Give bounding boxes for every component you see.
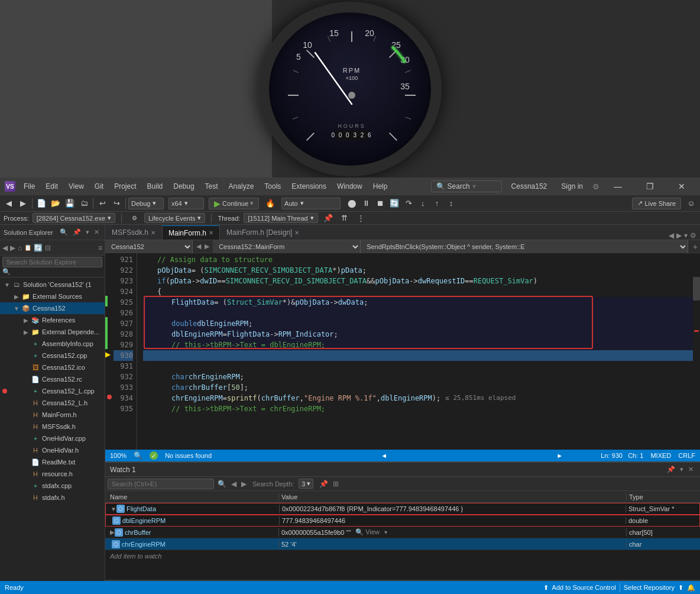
stop-button[interactable]: ⏹ xyxy=(374,197,387,210)
sidebar-props[interactable]: 📋 xyxy=(24,244,31,251)
tab-msfssdk[interactable]: MSFSsdk.h ✕ xyxy=(105,225,162,240)
right-scrollbar[interactable] xyxy=(693,253,700,450)
sidebar-collapse[interactable]: ⊟ xyxy=(45,244,51,252)
add-source-control[interactable]: Add to Source Control xyxy=(552,584,616,591)
save-all-button[interactable]: 🗂 xyxy=(77,197,90,210)
menu-view[interactable]: View xyxy=(64,180,89,193)
watch-search-btn[interactable]: 🔍 xyxy=(216,480,228,488)
process-dropdown[interactable]: [28264] Cessna152.exe ▾ xyxy=(33,213,115,223)
thread-pin-button[interactable]: 📌 xyxy=(322,212,335,225)
chrbuffer-view-dropdown[interactable]: ▾ xyxy=(384,529,387,535)
auto-dropdown[interactable]: Auto ▾ xyxy=(281,198,341,209)
chrbuffer-expand[interactable]: ▶ xyxy=(110,529,115,535)
watch-expand-all[interactable]: ⊞ xyxy=(332,480,340,488)
sidebar-item-assemblyinfo[interactable]: + AssemblyInfo.cpp xyxy=(0,338,105,350)
save-button[interactable]: 💾 xyxy=(63,197,76,210)
sidebar-pin-button[interactable]: 📌 xyxy=(71,228,83,236)
menu-window[interactable]: Window xyxy=(332,180,367,193)
debug-config-dropdown[interactable]: Debug ▾ xyxy=(128,198,164,209)
live-share-button[interactable]: ↗ Live Share xyxy=(632,198,681,209)
watch-row-chrbuffer[interactable]: ▶ ⬡ chrBuffer 0x00000055a15fe9b0 "" 🔍 Vi… xyxy=(105,527,700,538)
tab-mainform-design[interactable]: MainForm.h [Design] ✕ xyxy=(220,225,306,240)
restart-button[interactable]: 🔄 xyxy=(388,197,401,210)
open-file-button[interactable]: 📂 xyxy=(49,197,62,210)
menu-file[interactable]: File xyxy=(19,180,40,193)
watch-search-input[interactable] xyxy=(108,479,214,489)
debug-toolbar-btn[interactable]: ⏸ xyxy=(359,197,372,210)
sidebar-settings[interactable]: ≡ xyxy=(98,244,102,252)
code-content[interactable]: // Assign data to structure pObjData = (… xyxy=(137,253,693,450)
sidebar-item-external-sources[interactable]: ▶ 📁 External Sources xyxy=(0,290,105,302)
watch-pin-button[interactable]: 📌 xyxy=(665,466,677,473)
file-dropdown[interactable]: Cessna152 xyxy=(105,240,193,253)
sidebar-dropdown-button[interactable]: ▾ xyxy=(84,228,91,236)
class-dropdown[interactable]: Cessna152::MainForm xyxy=(213,240,361,253)
watch-add-item[interactable]: Add item to watch xyxy=(105,550,700,562)
tab-scroll-right[interactable]: ▶ xyxy=(676,231,682,240)
external-dep-arrow[interactable]: ▶ xyxy=(21,329,31,335)
tab-list[interactable]: ▾ xyxy=(684,231,688,240)
watch-dropdown-button[interactable]: ▾ xyxy=(678,466,685,473)
watch-close-button[interactable]: ✕ xyxy=(686,466,695,473)
thread-nav-button[interactable]: ⇈ xyxy=(338,212,351,225)
platform-dropdown[interactable]: x64 ▾ xyxy=(168,198,204,209)
sidebar-item-mainform-h[interactable]: H MainForm.h xyxy=(0,409,105,421)
watch-nav-forward[interactable]: ▶ xyxy=(240,480,248,488)
references-arrow[interactable]: ▶ xyxy=(21,317,31,324)
sidebar-item-msfssdk-h[interactable]: H MSFSsdk.h xyxy=(0,421,105,432)
tab-settings[interactable]: ⚙ xyxy=(690,231,696,240)
menu-help[interactable]: Help xyxy=(368,180,393,193)
dd-forward[interactable]: ▶ xyxy=(203,243,210,250)
menu-debug[interactable]: Debug xyxy=(168,180,199,193)
watch-row-flightdata[interactable]: ▼ ⬡ FlightData 0x00002234d7b867f8 {RPM_I… xyxy=(105,503,700,515)
menu-extensions[interactable]: Extensions xyxy=(287,180,331,193)
search-box-title[interactable]: 🔍 Search ▾ xyxy=(431,180,502,192)
step-out-button[interactable]: ↑ xyxy=(430,197,443,210)
tab-mainform-h[interactable]: MainForm.h ✕ xyxy=(162,225,220,240)
new-project-button[interactable]: 📄 xyxy=(35,197,48,210)
minimize-button[interactable]: — xyxy=(604,177,631,195)
menu-test[interactable]: Test xyxy=(200,180,223,193)
menu-git[interactable]: Git xyxy=(90,180,108,193)
sidebar-item-onehidvar-cpp[interactable]: + OneHidVar.cpp xyxy=(0,432,105,444)
sidebar-item-external-dep[interactable]: ▶ 📁 External Depende... xyxy=(0,326,105,338)
step-into-button[interactable]: ↓ xyxy=(416,197,429,210)
nav-forward-button[interactable]: ▶ xyxy=(17,197,30,210)
debug-more-btn[interactable]: ↕ xyxy=(445,197,458,210)
watch-row-dblenginerpm[interactable]: ⬡ dblEngineRPM 777.94839468497446 double xyxy=(105,515,700,527)
project-expand-arrow[interactable]: ▼ xyxy=(12,305,21,312)
sidebar-item-readme[interactable]: 📄 ReadMe.txt xyxy=(0,456,105,468)
menu-build[interactable]: Build xyxy=(142,180,168,193)
watch-row-chrenginerpm[interactable]: ⬡ chrEngineRPM 52 '4' char xyxy=(105,538,700,550)
sidebar-item-stdafx-h[interactable]: H stdafx.h xyxy=(0,492,105,503)
sidebar-search-input[interactable] xyxy=(2,257,102,267)
watch-nav-back[interactable]: ◀ xyxy=(230,480,238,488)
continue-button[interactable]: ▶ Continue ▾ xyxy=(209,198,259,209)
nav-back-button[interactable]: ◀ xyxy=(2,197,15,210)
zoom-level[interactable]: 100% xyxy=(110,452,127,459)
select-repository[interactable]: Select Repository xyxy=(624,584,675,591)
sidebar-item-cessna152-cpp[interactable]: + Cessna152.cpp xyxy=(0,350,105,361)
signin-button[interactable]: Sign in xyxy=(556,181,588,192)
sidebar-item-cessna152-rc[interactable]: 📄 Cessna152.rc xyxy=(0,373,105,385)
sidebar-item-cessna152-l-cpp[interactable]: + Cessna152_L.cpp xyxy=(0,385,105,397)
hot-reload-button[interactable]: 🔥 xyxy=(264,197,277,210)
sidebar-close-button[interactable]: ✕ xyxy=(92,228,101,236)
chrbuffer-view-icon[interactable]: 🔍 View xyxy=(355,528,380,536)
sidebar-item-cessna152-l-h[interactable]: H Cessna152_L.h xyxy=(0,397,105,409)
sidebar-item-cessna152-ico[interactable]: 🖼 Cessna152.ico xyxy=(0,361,105,373)
sidebar-item-resource-h[interactable]: H resource.h xyxy=(0,468,105,480)
sidebar-item-onehidvar-h[interactable]: H OneHidVar.h xyxy=(0,444,105,456)
dd-back[interactable]: ◀ xyxy=(195,243,202,250)
menu-project[interactable]: Project xyxy=(109,180,141,193)
sidebar-search-go[interactable]: 🔍 xyxy=(2,268,11,275)
menu-analyze[interactable]: Analyze xyxy=(224,180,259,193)
lifecycle-dropdown[interactable]: Lifecycle Events ▾ xyxy=(144,213,205,223)
tab-msfssdk-close[interactable]: ✕ xyxy=(151,230,155,236)
sidebar-item-references[interactable]: ▶ 📚 References xyxy=(0,314,105,326)
menu-edit[interactable]: Edit xyxy=(41,180,63,193)
tab-mainform-design-close[interactable]: ✕ xyxy=(294,230,299,236)
sidebar-item-project[interactable]: ▼ 📦 Cessna152 xyxy=(0,302,105,314)
redo-button[interactable]: ↪ xyxy=(110,197,123,210)
undo-button[interactable]: ↩ xyxy=(96,197,109,210)
